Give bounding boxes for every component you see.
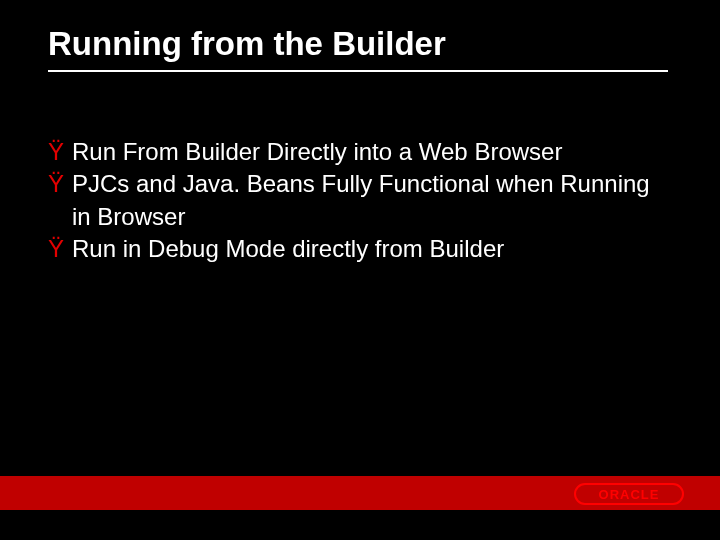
bullet-item: Ÿ Run From Builder Directly into a Web B… (48, 136, 660, 168)
bullet-marker-icon: Ÿ (48, 233, 64, 265)
bullet-text: Run in Debug Mode directly from Builder (72, 233, 660, 265)
oracle-logo: ORACLE (574, 482, 684, 506)
bullet-text: PJCs and Java. Beans Fully Functional wh… (72, 168, 660, 233)
slide-body: Ÿ Run From Builder Directly into a Web B… (48, 136, 660, 266)
title-underline (48, 70, 668, 72)
bullet-text: Run From Builder Directly into a Web Bro… (72, 136, 660, 168)
title-block: Running from the Builder (48, 24, 672, 72)
slide-title: Running from the Builder (48, 24, 672, 64)
bullet-item: Ÿ PJCs and Java. Beans Fully Functional … (48, 168, 660, 233)
slide: Running from the Builder Ÿ Run From Buil… (0, 0, 720, 540)
logo-text: ORACLE (599, 487, 660, 502)
bullet-marker-icon: Ÿ (48, 168, 64, 200)
bullet-item: Ÿ Run in Debug Mode directly from Builde… (48, 233, 660, 265)
bullet-marker-icon: Ÿ (48, 136, 64, 168)
